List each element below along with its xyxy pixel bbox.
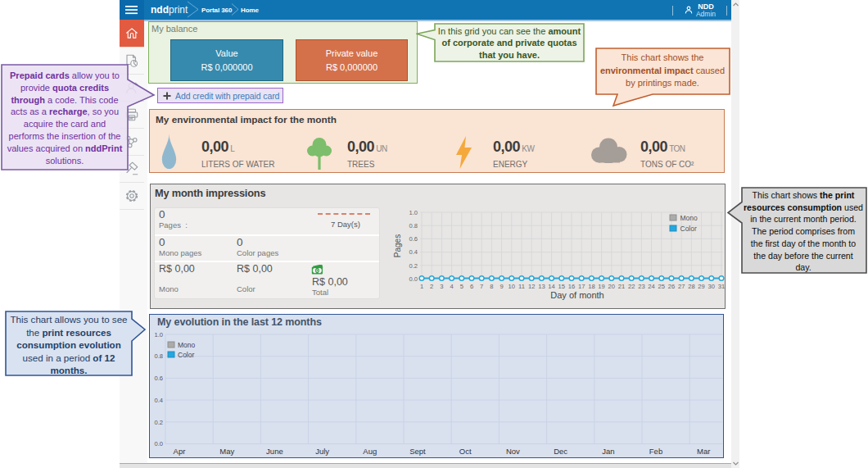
svg-text:Color: Color bbox=[680, 225, 697, 233]
svg-text:0.4: 0.4 bbox=[409, 248, 418, 256]
svg-text:10: 10 bbox=[509, 283, 515, 290]
svg-text:Oct: Oct bbox=[459, 447, 472, 456]
svg-text:Day of month: Day of month bbox=[550, 290, 604, 300]
svg-text:28: 28 bbox=[688, 283, 694, 290]
svg-text:July: July bbox=[315, 447, 329, 456]
svg-text:15: 15 bbox=[558, 283, 565, 290]
svg-text:26: 26 bbox=[668, 283, 675, 290]
svg-text:1: 1 bbox=[420, 283, 423, 290]
svg-text:7: 7 bbox=[480, 283, 483, 290]
svg-text:1.0: 1.0 bbox=[154, 331, 163, 339]
svg-text:Pages: Pages bbox=[393, 234, 402, 257]
svg-text:Mono: Mono bbox=[178, 341, 196, 349]
svg-text:19: 19 bbox=[598, 283, 604, 290]
svg-text:21: 21 bbox=[618, 283, 625, 290]
svg-text:Apr: Apr bbox=[174, 447, 186, 456]
svg-text:29: 29 bbox=[698, 283, 704, 290]
svg-text:0.8: 0.8 bbox=[154, 352, 163, 360]
svg-text:31: 31 bbox=[718, 283, 725, 290]
svg-text:1.0: 1.0 bbox=[409, 209, 418, 216]
svg-text:May: May bbox=[219, 447, 234, 456]
svg-text:June: June bbox=[266, 447, 283, 456]
svg-text:14: 14 bbox=[548, 283, 554, 290]
svg-text:25: 25 bbox=[658, 283, 665, 290]
svg-text:13: 13 bbox=[538, 283, 545, 290]
svg-text:6: 6 bbox=[470, 283, 473, 290]
svg-text:22: 22 bbox=[628, 283, 635, 290]
svg-text:0.2: 0.2 bbox=[154, 419, 163, 426]
svg-text:16: 16 bbox=[568, 283, 575, 290]
svg-text:17: 17 bbox=[578, 283, 585, 290]
svg-text:8: 8 bbox=[490, 283, 493, 290]
svg-text:30: 30 bbox=[708, 283, 715, 290]
svg-text:2: 2 bbox=[430, 283, 433, 290]
svg-text:23: 23 bbox=[638, 283, 644, 290]
svg-text:Sept: Sept bbox=[409, 447, 426, 456]
svg-text:0.6: 0.6 bbox=[409, 235, 418, 243]
svg-text:Feb: Feb bbox=[649, 447, 662, 456]
svg-text:27: 27 bbox=[678, 283, 685, 290]
svg-text:24: 24 bbox=[648, 283, 654, 290]
svg-text:0.0: 0.0 bbox=[409, 275, 418, 283]
svg-text:0.4: 0.4 bbox=[154, 397, 163, 404]
svg-text:0.0: 0.0 bbox=[154, 440, 163, 448]
svg-text:Color: Color bbox=[178, 351, 194, 359]
svg-text:3: 3 bbox=[440, 283, 443, 290]
svg-text:4: 4 bbox=[450, 283, 453, 290]
svg-text:Nov: Nov bbox=[506, 447, 520, 456]
svg-text:0.6: 0.6 bbox=[154, 375, 163, 382]
svg-text:Aug: Aug bbox=[363, 447, 377, 456]
svg-text:Mar: Mar bbox=[697, 447, 710, 456]
svg-text:0.2: 0.2 bbox=[409, 262, 418, 270]
svg-text:Mono: Mono bbox=[680, 214, 698, 222]
svg-text:0.8: 0.8 bbox=[409, 222, 418, 229]
svg-text:9: 9 bbox=[500, 283, 503, 290]
svg-text:20: 20 bbox=[608, 283, 615, 290]
svg-text:Jan: Jan bbox=[602, 447, 614, 456]
svg-text:11: 11 bbox=[518, 283, 525, 290]
svg-text:5: 5 bbox=[460, 283, 463, 290]
svg-text:12: 12 bbox=[528, 283, 535, 290]
svg-text:18: 18 bbox=[588, 283, 594, 290]
svg-text:Dec: Dec bbox=[554, 447, 567, 456]
